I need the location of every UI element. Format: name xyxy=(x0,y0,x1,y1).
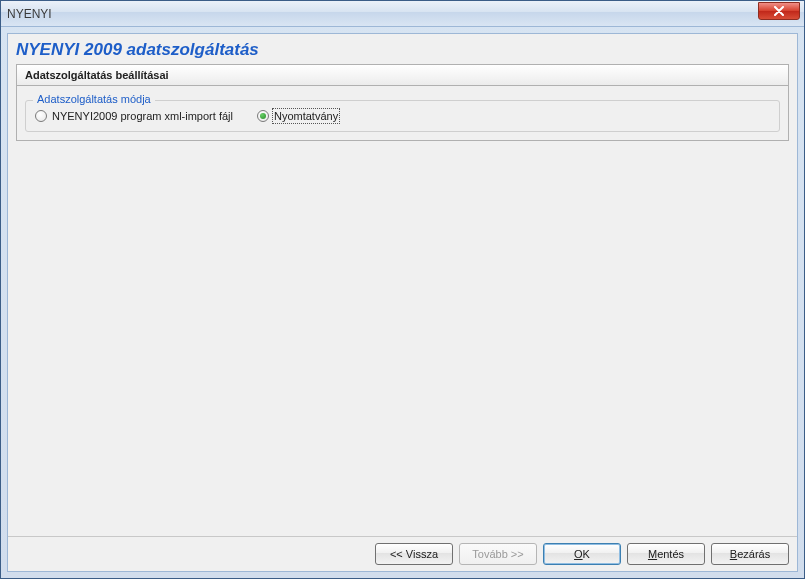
next-button: Tovább >> xyxy=(459,543,537,565)
groupbox-mode: Adatszolgáltatás módja NYENYI2009 progra… xyxy=(25,94,780,132)
radio-label-nyomtatvany: Nyomtatvány xyxy=(274,110,338,122)
radio-indicator xyxy=(257,110,269,122)
page-title: NYENYI 2009 adatszolgáltatás xyxy=(16,40,789,64)
button-bar: << Vissza Tovább >> OK Mentés Bezárás xyxy=(8,536,797,571)
close-icon[interactable] xyxy=(758,2,800,20)
window-title: NYENYI xyxy=(7,7,52,21)
groupbox-legend: Adatszolgáltatás módja xyxy=(33,93,155,105)
radio-xml-import[interactable]: NYENYI2009 program xml-import fájl xyxy=(35,110,233,122)
close-button[interactable]: Bezárás xyxy=(711,543,789,565)
client-area: NYENYI 2009 adatszolgáltatás Adatszolgál… xyxy=(7,33,798,572)
radio-indicator xyxy=(35,110,47,122)
radio-nyomtatvany[interactable]: Nyomtatvány xyxy=(257,110,338,122)
ok-button[interactable]: OK xyxy=(543,543,621,565)
section-heading: Adatszolgáltatás beállításai xyxy=(17,65,788,86)
content-empty xyxy=(8,149,797,536)
save-button[interactable]: Mentés xyxy=(627,543,705,565)
section-box: Adatszolgáltatás beállításai Adatszolgál… xyxy=(16,64,789,141)
back-button[interactable]: << Vissza xyxy=(375,543,453,565)
header-area: NYENYI 2009 adatszolgáltatás Adatszolgál… xyxy=(8,34,797,149)
app-window: NYENYI NYENYI 2009 adatszolgáltatás Adat… xyxy=(0,0,805,579)
radio-row: NYENYI2009 program xml-import fájl Nyomt… xyxy=(35,110,770,122)
radio-label-xml: NYENYI2009 program xml-import fájl xyxy=(52,110,233,122)
titlebar: NYENYI xyxy=(1,1,804,27)
